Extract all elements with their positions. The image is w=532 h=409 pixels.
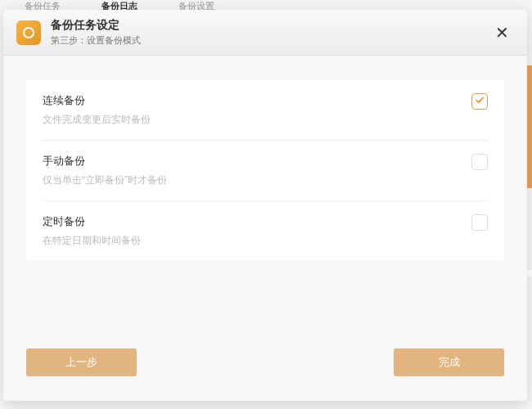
modal-title: 备份任务设定: [51, 18, 490, 33]
modal-header: 备份任务设定 第三步：设置备份模式 ✕: [3, 10, 527, 56]
modal-body: 连续备份 文件完成变更后实时备份 手动备份 仅当单击“立即备份”时才备份: [3, 56, 527, 334]
option-manual-backup[interactable]: 手动备份 仅当单击“立即备份”时才备份: [43, 141, 488, 201]
modal-subtitle: 第三步：设置备份模式: [51, 34, 490, 47]
option-continuous-backup[interactable]: 连续备份 文件完成变更后实时备份: [43, 80, 488, 141]
option-desc: 仅当单击“立即备份”时才备份: [43, 173, 471, 187]
modal-footer: 上一步 完成: [3, 334, 527, 401]
checkbox[interactable]: [471, 214, 488, 231]
option-scheduled-backup[interactable]: 定时备份 在特定日期和时间备份: [43, 201, 488, 261]
option-desc: 文件完成变更后实时备份: [43, 113, 471, 127]
close-icon[interactable]: ✕: [490, 21, 514, 44]
option-label: 定时备份: [43, 214, 471, 229]
header-titles: 备份任务设定 第三步：设置备份模式: [51, 18, 490, 47]
app-icon: [16, 20, 41, 45]
options-card: 连续备份 文件完成变更后实时备份 手动备份 仅当单击“立即备份”时才备份: [26, 80, 504, 261]
option-label: 连续备份: [43, 93, 471, 108]
backup-settings-modal: 备份任务设定 第三步：设置备份模式 ✕ 连续备份 文件完成变更后实时备份 手动备: [3, 10, 527, 401]
option-desc: 在特定日期和时间备份: [43, 234, 471, 248]
checkbox[interactable]: [471, 154, 488, 170]
checkbox[interactable]: [471, 93, 488, 110]
checkmark-icon: [474, 94, 485, 109]
prev-button[interactable]: 上一步: [26, 348, 137, 376]
option-label: 手动备份: [43, 154, 471, 169]
done-button[interactable]: 完成: [394, 348, 504, 376]
